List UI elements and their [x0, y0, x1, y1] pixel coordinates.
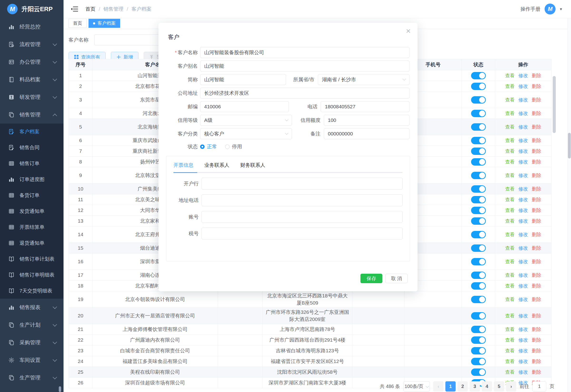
- sidebar-item-sales-order-plan[interactable]: 销售订单计划表: [0, 251, 63, 267]
- sidebar-item-sales-mgmt[interactable]: 销售管理: [0, 106, 63, 124]
- view-link[interactable]: 查看: [505, 258, 515, 265]
- page-button-4[interactable]: 4: [482, 381, 492, 392]
- status-toggle[interactable]: [471, 368, 486, 376]
- status-toggle[interactable]: [471, 172, 486, 179]
- sidebar-item-stock-order[interactable]: 备货订单: [0, 187, 63, 203]
- edit-link[interactable]: 修改: [518, 196, 528, 203]
- page-scrollbar-thumb[interactable]: [568, 133, 571, 158]
- delete-link[interactable]: 删除: [532, 137, 541, 144]
- view-link[interactable]: 查看: [505, 326, 515, 333]
- delete-link[interactable]: 删除: [532, 272, 541, 279]
- sidebar-item-sales-report[interactable]: 销售报表: [0, 299, 63, 316]
- zipcode-field[interactable]: [200, 101, 289, 112]
- delete-link[interactable]: 删除: [532, 337, 541, 344]
- status-toggle[interactable]: [471, 158, 486, 166]
- status-toggle[interactable]: [471, 83, 486, 90]
- cancel-button[interactable]: 取 消: [385, 274, 407, 283]
- prev-page-button[interactable]: ‹: [433, 381, 443, 392]
- breadcrumb-item[interactable]: 客户档案: [132, 6, 151, 12]
- delete-link[interactable]: 删除: [532, 282, 541, 289]
- status-toggle[interactable]: [471, 358, 486, 365]
- sidebar-item-workshop-settings[interactable]: 车间设置: [0, 351, 63, 369]
- edit-link[interactable]: 修改: [518, 110, 528, 117]
- sidebar-item-order-progress[interactable]: 订单进度图: [0, 171, 63, 187]
- sidebar-item-purchase-mgmt[interactable]: 采购管理: [0, 334, 63, 351]
- edit-link[interactable]: 修改: [518, 207, 528, 214]
- status-toggle[interactable]: [471, 244, 486, 252]
- delete-link[interactable]: 删除: [532, 172, 541, 179]
- page-size-select[interactable]: 100条/页: [403, 381, 430, 392]
- manual-link[interactable]: 操作手册: [520, 6, 540, 12]
- view-link[interactable]: 查看: [505, 296, 515, 303]
- edit-link[interactable]: 修改: [518, 97, 528, 103]
- view-link[interactable]: 查看: [505, 369, 515, 376]
- sidebar-item-delivery-notice[interactable]: 发货通知单: [0, 203, 63, 219]
- edit-link[interactable]: 修改: [518, 272, 528, 279]
- view-link[interactable]: 查看: [505, 124, 515, 130]
- delete-link[interactable]: 删除: [532, 312, 541, 319]
- delete-link[interactable]: 删除: [532, 72, 541, 79]
- status-toggle[interactable]: [471, 185, 486, 193]
- view-link[interactable]: 查看: [505, 83, 515, 90]
- status-toggle[interactable]: [471, 196, 486, 203]
- region-select[interactable]: [315, 74, 409, 85]
- credit-level-value[interactable]: [200, 115, 292, 126]
- delete-link[interactable]: 删除: [532, 369, 541, 376]
- bank-field[interactable]: [201, 178, 403, 190]
- view-link[interactable]: 查看: [505, 337, 515, 344]
- sidebar-item-sales-contract[interactable]: 销售合同: [0, 140, 63, 155]
- status-toggle[interactable]: [471, 336, 486, 344]
- sidebar-item-production-mgmt[interactable]: 生产管理: [0, 369, 63, 387]
- status-toggle[interactable]: [471, 123, 486, 131]
- edit-link[interactable]: 修改: [518, 358, 528, 365]
- credit-level-select[interactable]: [198, 115, 292, 126]
- view-link[interactable]: 查看: [505, 97, 515, 103]
- goto-page-input[interactable]: [532, 381, 546, 392]
- sidebar-item-production-plan[interactable]: 生产计划: [0, 316, 63, 334]
- region-value[interactable]: [318, 74, 409, 85]
- view-link[interactable]: 查看: [505, 231, 515, 238]
- status-toggle[interactable]: [471, 148, 486, 155]
- view-link[interactable]: 查看: [505, 358, 515, 365]
- alias-field[interactable]: [200, 61, 409, 71]
- short-name-field[interactable]: [200, 74, 286, 85]
- view-link[interactable]: 查看: [505, 282, 515, 289]
- status-toggle[interactable]: [471, 217, 486, 225]
- status-toggle[interactable]: [471, 326, 486, 333]
- table-scrollbar-thumb[interactable]: [553, 76, 556, 133]
- delete-link[interactable]: 删除: [532, 148, 541, 155]
- delete-link[interactable]: 删除: [532, 347, 541, 354]
- status-toggle[interactable]: [471, 207, 486, 214]
- tab-finance-contact[interactable]: 财务联系人: [240, 162, 265, 168]
- tab-business-contact[interactable]: 业务联系人: [204, 162, 229, 168]
- breadcrumb-item[interactable]: 首页: [85, 6, 95, 12]
- status-toggle[interactable]: [471, 96, 486, 104]
- delete-link[interactable]: 删除: [532, 207, 541, 214]
- next-page-button[interactable]: ›: [506, 381, 516, 392]
- view-link[interactable]: 查看: [505, 196, 515, 203]
- view-link[interactable]: 查看: [505, 137, 515, 144]
- status-radio-disabled[interactable]: 停用: [225, 143, 242, 150]
- edit-link[interactable]: 修改: [518, 231, 528, 238]
- view-link[interactable]: 查看: [505, 172, 515, 179]
- sidebar-item-delivery-7day[interactable]: 7天交货明细表: [0, 283, 63, 299]
- edit-link[interactable]: 修改: [518, 282, 528, 289]
- sidebar-item-return-notice[interactable]: 退货通知单: [0, 235, 63, 251]
- view-link[interactable]: 查看: [505, 347, 515, 354]
- delete-link[interactable]: 删除: [532, 218, 541, 224]
- view-link[interactable]: 查看: [505, 185, 515, 192]
- account-field[interactable]: [201, 211, 403, 223]
- view-link[interactable]: 查看: [505, 245, 515, 252]
- status-toggle[interactable]: [471, 137, 486, 144]
- status-radio-normal[interactable]: 正常: [200, 143, 217, 150]
- view-link[interactable]: 查看: [505, 72, 515, 79]
- edit-link[interactable]: 修改: [518, 185, 528, 192]
- delete-link[interactable]: 删除: [532, 124, 541, 130]
- delete-link[interactable]: 删除: [532, 83, 541, 90]
- category-value[interactable]: [200, 128, 292, 139]
- page-button-2[interactable]: 2: [458, 381, 468, 392]
- sidebar-item-sales-order[interactable]: 销售订单: [0, 155, 63, 171]
- edit-link[interactable]: 修改: [518, 148, 528, 155]
- status-toggle[interactable]: [471, 282, 486, 290]
- delete-link[interactable]: 删除: [532, 196, 541, 203]
